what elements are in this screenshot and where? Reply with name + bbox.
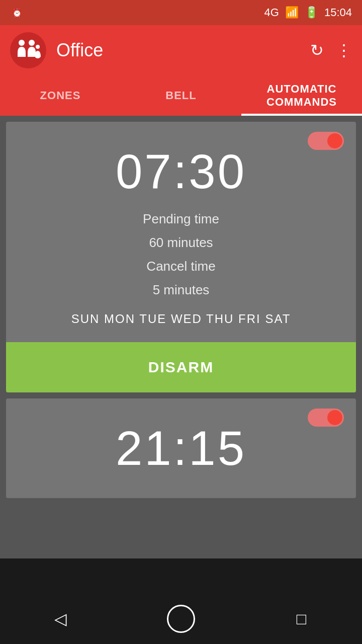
battery-icon: 🔋 (305, 6, 318, 19)
app-bar: Office ↻ ⋮ (0, 25, 362, 75)
tab-bell[interactable]: BELL (121, 75, 241, 116)
toggle-2-knob (327, 410, 342, 425)
signal-icon: 📶 (285, 6, 299, 19)
network-indicator: 4G (264, 6, 279, 19)
avatar (10, 32, 46, 68)
toggle-1-container (308, 132, 344, 150)
back-button[interactable]: ◁ (46, 604, 76, 634)
card-1-cancel-value: 5 minutes (153, 280, 210, 300)
recent-button[interactable]: □ (286, 604, 316, 634)
card-1-pending-label: Pending time (143, 209, 219, 229)
card-1-cancel-label: Cancel time (146, 257, 215, 276)
app-bar-actions: ↻ ⋮ (310, 41, 352, 60)
main-content: 07:30 Pending time 60 minutes Cancel tim… (0, 116, 362, 558)
svg-point-1 (29, 40, 35, 46)
alarm-icon: ⏰ (10, 6, 24, 20)
svg-point-2 (36, 45, 40, 49)
tab-bar: ZONES BELL AUTOMATICCOMMANDS (0, 75, 362, 116)
nav-bar: ◁ □ (0, 594, 362, 644)
svg-point-3 (35, 55, 40, 58)
svg-point-0 (19, 40, 25, 46)
disarm-button[interactable]: DISARM (6, 342, 356, 392)
app-title: Office (56, 40, 310, 61)
tab-zones[interactable]: ZONES (0, 75, 121, 116)
card-1-days: SUN MON TUE WED THU FRI SAT (71, 312, 291, 326)
status-bar: ⏰ 4G 📶 🔋 15:04 (0, 0, 362, 25)
refresh-button[interactable]: ↻ (310, 41, 324, 60)
toggle-2-container (308, 409, 344, 427)
toggle-1-knob (327, 133, 342, 148)
card-2-body: 21:15 (6, 398, 356, 498)
command-card-2: 21:15 (6, 398, 356, 498)
card-1-pending-value: 60 minutes (149, 233, 213, 253)
card-1-time: 07:30 (116, 144, 246, 199)
clock: 15:04 (324, 6, 352, 19)
command-card-1: 07:30 Pending time 60 minutes Cancel tim… (6, 122, 356, 392)
toggle-1[interactable] (308, 132, 344, 150)
card-2-time: 21:15 (116, 421, 246, 476)
home-button[interactable] (167, 605, 195, 633)
card-1-body: 07:30 Pending time 60 minutes Cancel tim… (6, 122, 356, 342)
toggle-2[interactable] (308, 409, 344, 427)
more-options-button[interactable]: ⋮ (336, 41, 352, 60)
tab-automatic-commands[interactable]: AUTOMATICCOMMANDS (241, 75, 362, 116)
